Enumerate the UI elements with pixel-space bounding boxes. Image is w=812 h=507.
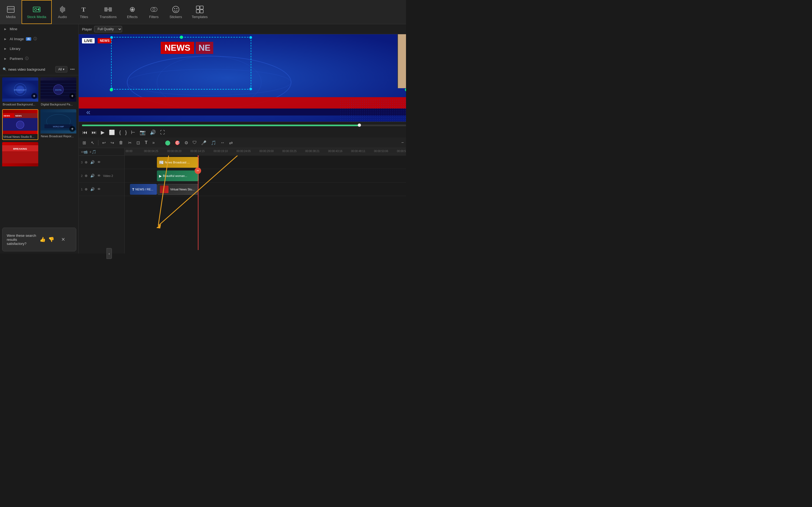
track-visibility-button[interactable]: 👁 bbox=[97, 173, 101, 178]
swap-button[interactable]: ⇄ bbox=[228, 139, 234, 147]
effect-button[interactable]: ⚙ bbox=[183, 139, 190, 147]
motion-track-button[interactable]: 🎯 bbox=[173, 139, 182, 147]
add-to-timeline-button[interactable]: + bbox=[69, 93, 75, 99]
player-toolbar: Player Full Quality High Quality Preview… bbox=[79, 24, 406, 34]
handle-bottom-right[interactable] bbox=[405, 88, 406, 92]
track-add-clip-button[interactable]: ⊕ bbox=[84, 173, 88, 178]
nav-item-audio[interactable]: Audio bbox=[52, 0, 73, 24]
playhead[interactable]: ✂ bbox=[198, 156, 198, 250]
shield-button[interactable]: 🛡 bbox=[191, 139, 198, 146]
sidebar-item-ai-image[interactable]: ▶ AI Image AI ⓘ bbox=[0, 34, 78, 44]
nav-item-effects[interactable]: Effects bbox=[122, 0, 143, 24]
search-bar: 🔍 All ▾ ••• bbox=[0, 64, 78, 75]
progress-bar[interactable] bbox=[82, 125, 406, 126]
nav-item-templates[interactable]: Templates bbox=[187, 0, 212, 24]
nav-stock-media-label: Stock Media bbox=[27, 15, 46, 19]
filter-button[interactable]: All ▾ bbox=[55, 66, 67, 72]
undo-button[interactable]: ↩ bbox=[101, 139, 107, 147]
track-audio-button[interactable]: 🔊 bbox=[90, 173, 95, 178]
text-tool-button[interactable]: T bbox=[143, 139, 149, 146]
select-tool-button[interactable]: ↖ bbox=[89, 139, 96, 147]
volume-button[interactable]: 🔊 bbox=[149, 129, 157, 136]
progress-bar-container: 00:00:16:11 / 00:00:16:11 bbox=[82, 123, 406, 127]
timeline-clip[interactable]: Virtual News Stu... bbox=[158, 184, 198, 195]
feedback-close-button[interactable]: ✕ bbox=[57, 233, 70, 246]
svg-text:WORLD MAP: WORLD MAP bbox=[53, 126, 64, 127]
track-visibility-button[interactable]: 👁 bbox=[97, 187, 101, 192]
scissors-icon[interactable]: ✂ bbox=[195, 167, 201, 174]
search-input[interactable] bbox=[8, 67, 54, 71]
add-track-button[interactable]: ⊞ bbox=[81, 139, 87, 147]
timeline-clip[interactable]: 📰 News Broadcast ... bbox=[157, 157, 199, 168]
add-video-track-button[interactable]: +📹 bbox=[81, 150, 87, 154]
green-screen-button[interactable]: ⬤ bbox=[163, 138, 172, 147]
panel-collapse-button[interactable]: ‹ bbox=[107, 248, 112, 253]
go-back-button[interactable]: ⏮ bbox=[82, 129, 88, 136]
add-to-timeline-button[interactable]: + bbox=[69, 126, 75, 132]
progress-thumb[interactable] bbox=[358, 123, 361, 127]
svg-rect-1 bbox=[7, 6, 14, 8]
svg-text:NEWS: NEWS bbox=[4, 115, 10, 117]
more-tools-button[interactable]: » bbox=[151, 139, 157, 146]
svg-marker-59 bbox=[157, 224, 161, 228]
transition2-button[interactable]: ↔ bbox=[219, 139, 227, 146]
thumbs-down-button[interactable]: 👎 bbox=[48, 236, 54, 242]
media-item[interactable]: 💎 WORLD MAP News Broadcast Repor... + bbox=[41, 109, 76, 140]
ai-info-icon[interactable]: ⓘ bbox=[34, 37, 37, 41]
nav-item-transitions[interactable]: Transitions bbox=[95, 0, 122, 24]
media-label bbox=[2, 166, 38, 169]
fullscreen-player-button[interactable]: ⛶ bbox=[160, 129, 166, 136]
nav-item-filters[interactable]: Filters bbox=[143, 0, 165, 24]
cut-button[interactable]: ✂ bbox=[126, 139, 133, 147]
track-visibility-button[interactable]: 👁 bbox=[97, 160, 101, 165]
svg-rect-16 bbox=[196, 10, 199, 13]
media-item[interactable]: BROADCAST Broadcast Background... + bbox=[2, 77, 38, 107]
add-audio-track-button[interactable]: +🎵 bbox=[89, 150, 96, 154]
quality-select[interactable]: Full Quality High Quality Preview bbox=[94, 26, 122, 33]
partners-info-icon[interactable]: ⓘ bbox=[25, 56, 28, 61]
more-options-icon[interactable]: ••• bbox=[69, 66, 76, 73]
media-item[interactable]: DIGITAL Digital Background Pa... + bbox=[41, 77, 76, 107]
track-audio-button[interactable]: 🔊 bbox=[90, 160, 95, 165]
svg-point-35 bbox=[16, 121, 24, 129]
thumbs-up-button[interactable]: 👍 bbox=[40, 236, 46, 242]
media-item[interactable]: 💎 BREAKING bbox=[2, 142, 38, 169]
right-panel: Player Full Quality High Quality Preview… bbox=[79, 24, 406, 253]
clip-label: Beautiful woman... bbox=[163, 174, 187, 177]
play-button[interactable]: ▶ bbox=[100, 129, 105, 136]
nav-item-stickers[interactable]: Stickers bbox=[165, 0, 187, 24]
mark-in-button[interactable]: { bbox=[119, 129, 121, 136]
nav-item-titles[interactable]: T Titles bbox=[73, 0, 95, 24]
timeline-clip[interactable]: ▶ Beautiful woman... bbox=[157, 170, 199, 181]
player-section: Player Full Quality High Quality Preview… bbox=[79, 24, 406, 137]
media-item-selected[interactable]: 💎 NEWS NEWS Virtual News Studio B... bbox=[2, 109, 38, 140]
sidebar-item-partners[interactable]: ▶ Partners ⓘ bbox=[0, 53, 78, 64]
timeline-clip[interactable]: T NEWS / RE... bbox=[130, 184, 157, 195]
redo-button[interactable]: ↪ bbox=[109, 139, 116, 147]
delete-button[interactable]: 🗑 bbox=[117, 139, 125, 146]
selection-handle-tl[interactable] bbox=[110, 36, 113, 39]
ruler-mark: 00:00:58:01 bbox=[397, 150, 406, 153]
mark-out-button[interactable]: } bbox=[125, 129, 127, 136]
track-add-clip-button[interactable]: ⊕ bbox=[84, 187, 88, 192]
nav-item-media[interactable]: Media bbox=[0, 0, 21, 24]
timeline-content: 📰 News Broadcast ... ▶ Beautiful woman..… bbox=[125, 156, 406, 253]
add-to-timeline-button[interactable]: + bbox=[31, 93, 37, 99]
sidebar-item-library[interactable]: ▶ Library bbox=[0, 44, 78, 53]
insert-button[interactable]: ⊢ bbox=[130, 129, 136, 136]
nav-item-stock-media[interactable]: Stock Media bbox=[21, 0, 52, 24]
nav-titles-label: Titles bbox=[80, 15, 88, 19]
music-button[interactable]: 🎵 bbox=[209, 139, 218, 147]
toolbar-separator bbox=[98, 140, 99, 145]
stop-button[interactable]: ⬜ bbox=[108, 129, 115, 136]
voice-button[interactable]: 🎤 bbox=[199, 139, 208, 147]
sidebar-item-mine[interactable]: ▶ Mine bbox=[0, 24, 78, 34]
track-audio-button[interactable]: 🔊 bbox=[90, 187, 95, 192]
track-add-clip-button[interactable]: ⊕ bbox=[84, 160, 88, 165]
zoom-out-button[interactable]: − bbox=[399, 139, 405, 146]
ruler-mark: 00:00:04:25 bbox=[144, 150, 158, 153]
snapshot-button[interactable]: 📷 bbox=[139, 129, 146, 136]
crop-button[interactable]: ⊡ bbox=[135, 139, 141, 147]
step-back-button[interactable]: ⏭ bbox=[91, 129, 97, 136]
media-thumbnail: BREAKING bbox=[2, 142, 38, 166]
